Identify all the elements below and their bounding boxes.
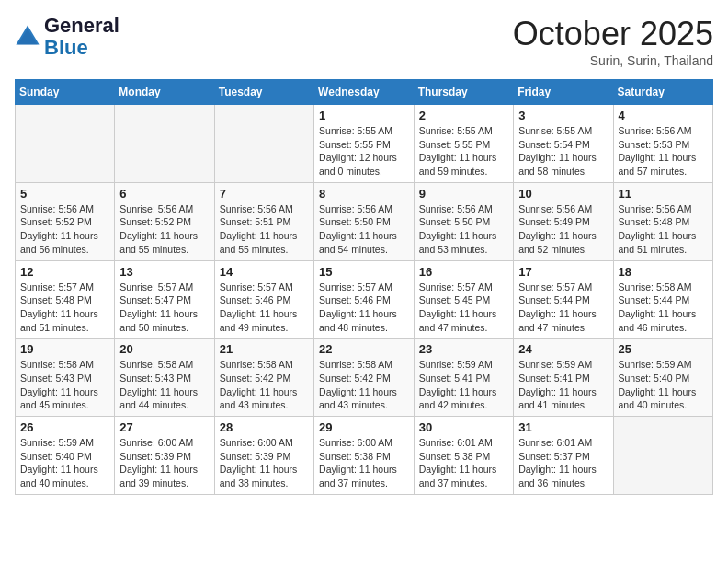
day-number: 6 xyxy=(119,187,209,201)
weekday-header-saturday: Saturday xyxy=(613,80,712,105)
day-info: Sunrise: 5:56 AM Sunset: 5:52 PM Dayligh… xyxy=(20,202,109,257)
day-info: Sunrise: 5:59 AM Sunset: 5:41 PM Dayligh… xyxy=(518,358,608,412)
day-number: 11 xyxy=(619,187,708,201)
day-info: Sunrise: 5:55 AM Sunset: 5:55 PM Dayligh… xyxy=(319,124,409,178)
day-info: Sunrise: 5:58 AM Sunset: 5:43 PM Dayligh… xyxy=(20,358,109,412)
day-number: 4 xyxy=(619,109,708,122)
day-info: Sunrise: 5:58 AM Sunset: 5:42 PM Dayligh… xyxy=(220,358,309,412)
weekday-header-thursday: Thursday xyxy=(414,80,513,105)
weekday-header-wednesday: Wednesday xyxy=(314,80,415,105)
weekday-header-sunday: Sunday xyxy=(16,80,115,105)
calendar-week-row: 12Sunrise: 5:57 AM Sunset: 5:48 PM Dayli… xyxy=(16,260,713,339)
calendar-cell xyxy=(115,105,214,183)
calendar-cell: 9Sunrise: 5:56 AM Sunset: 5:50 PM Daylig… xyxy=(414,182,513,260)
calendar-cell: 25Sunrise: 5:59 AM Sunset: 5:40 PM Dayli… xyxy=(613,339,712,417)
day-number: 7 xyxy=(220,187,309,201)
calendar-week-row: 1Sunrise: 5:55 AM Sunset: 5:55 PM Daylig… xyxy=(16,105,713,183)
day-info: Sunrise: 5:59 AM Sunset: 5:40 PM Dayligh… xyxy=(619,358,708,412)
day-number: 30 xyxy=(419,420,508,434)
day-info: Sunrise: 5:58 AM Sunset: 5:44 PM Dayligh… xyxy=(619,281,708,335)
day-number: 27 xyxy=(119,420,209,434)
page-header: General Blue October 2025 Surin, Surin, … xyxy=(15,15,713,68)
logo-general: General xyxy=(44,14,119,37)
calendar-table: SundayMondayTuesdayWednesdayThursdayFrid… xyxy=(15,79,713,495)
day-number: 15 xyxy=(319,265,409,279)
day-info: Sunrise: 5:56 AM Sunset: 5:50 PM Dayligh… xyxy=(319,202,409,257)
calendar-cell: 11Sunrise: 5:56 AM Sunset: 5:48 PM Dayli… xyxy=(613,182,712,260)
day-info: Sunrise: 5:59 AM Sunset: 5:41 PM Dayligh… xyxy=(419,358,508,412)
day-info: Sunrise: 5:57 AM Sunset: 5:48 PM Dayligh… xyxy=(20,281,109,335)
calendar-cell: 18Sunrise: 5:58 AM Sunset: 5:44 PM Dayli… xyxy=(613,260,712,339)
day-info: Sunrise: 5:57 AM Sunset: 5:47 PM Dayligh… xyxy=(119,281,209,335)
calendar-cell: 13Sunrise: 5:57 AM Sunset: 5:47 PM Dayli… xyxy=(115,260,214,339)
calendar-week-row: 5Sunrise: 5:56 AM Sunset: 5:52 PM Daylig… xyxy=(16,182,713,260)
calendar-cell: 17Sunrise: 5:57 AM Sunset: 5:44 PM Dayli… xyxy=(514,260,613,339)
calendar-cell: 24Sunrise: 5:59 AM Sunset: 5:41 PM Dayli… xyxy=(514,339,613,417)
calendar-cell: 15Sunrise: 5:57 AM Sunset: 5:46 PM Dayli… xyxy=(314,260,415,339)
day-number: 21 xyxy=(220,342,309,356)
title-block: October 2025 Surin, Surin, Thailand xyxy=(513,15,713,68)
calendar-cell: 29Sunrise: 6:00 AM Sunset: 5:38 PM Dayli… xyxy=(314,417,415,495)
month-title: October 2025 xyxy=(513,15,713,53)
day-info: Sunrise: 5:58 AM Sunset: 5:43 PM Dayligh… xyxy=(119,358,209,412)
day-number: 5 xyxy=(20,187,109,201)
day-number: 12 xyxy=(20,265,109,279)
day-number: 3 xyxy=(518,109,608,122)
logo-icon xyxy=(15,24,40,50)
logo-blue: Blue xyxy=(44,36,88,59)
calendar-cell: 5Sunrise: 5:56 AM Sunset: 5:52 PM Daylig… xyxy=(16,182,115,260)
weekday-header-tuesday: Tuesday xyxy=(214,80,313,105)
day-info: Sunrise: 5:57 AM Sunset: 5:44 PM Dayligh… xyxy=(518,281,608,335)
calendar-cell: 8Sunrise: 5:56 AM Sunset: 5:50 PM Daylig… xyxy=(314,182,415,260)
calendar-cell: 6Sunrise: 5:56 AM Sunset: 5:52 PM Daylig… xyxy=(115,182,214,260)
day-number: 18 xyxy=(619,265,708,279)
day-number: 13 xyxy=(119,265,209,279)
day-number: 24 xyxy=(518,342,608,356)
day-number: 20 xyxy=(119,342,209,356)
calendar-week-row: 19Sunrise: 5:58 AM Sunset: 5:43 PM Dayli… xyxy=(16,339,713,417)
day-number: 16 xyxy=(419,265,508,279)
logo: General Blue xyxy=(15,15,119,59)
calendar-cell: 22Sunrise: 5:58 AM Sunset: 5:42 PM Dayli… xyxy=(314,339,415,417)
day-number: 8 xyxy=(319,187,409,201)
calendar-cell: 3Sunrise: 5:55 AM Sunset: 5:54 PM Daylig… xyxy=(514,105,613,183)
calendar-cell: 1Sunrise: 5:55 AM Sunset: 5:55 PM Daylig… xyxy=(314,105,415,183)
day-number: 31 xyxy=(518,420,608,434)
day-number: 14 xyxy=(220,265,309,279)
location-subtitle: Surin, Surin, Thailand xyxy=(513,53,713,68)
calendar-cell: 7Sunrise: 5:56 AM Sunset: 5:51 PM Daylig… xyxy=(214,182,313,260)
calendar-cell: 28Sunrise: 6:00 AM Sunset: 5:39 PM Dayli… xyxy=(214,417,313,495)
calendar-cell xyxy=(16,105,115,183)
day-number: 28 xyxy=(220,420,309,434)
calendar-cell: 20Sunrise: 5:58 AM Sunset: 5:43 PM Dayli… xyxy=(115,339,214,417)
day-info: Sunrise: 6:00 AM Sunset: 5:39 PM Dayligh… xyxy=(119,436,209,490)
weekday-header-monday: Monday xyxy=(115,80,214,105)
calendar-cell: 23Sunrise: 5:59 AM Sunset: 5:41 PM Dayli… xyxy=(414,339,513,417)
calendar-cell: 26Sunrise: 5:59 AM Sunset: 5:40 PM Dayli… xyxy=(16,417,115,495)
calendar-cell: 14Sunrise: 5:57 AM Sunset: 5:46 PM Dayli… xyxy=(214,260,313,339)
day-info: Sunrise: 5:56 AM Sunset: 5:48 PM Dayligh… xyxy=(619,202,708,257)
calendar-week-row: 26Sunrise: 5:59 AM Sunset: 5:40 PM Dayli… xyxy=(16,417,713,495)
day-info: Sunrise: 5:56 AM Sunset: 5:51 PM Dayligh… xyxy=(220,202,309,257)
calendar-cell: 19Sunrise: 5:58 AM Sunset: 5:43 PM Dayli… xyxy=(16,339,115,417)
calendar-cell xyxy=(613,417,712,495)
day-info: Sunrise: 5:56 AM Sunset: 5:52 PM Dayligh… xyxy=(119,202,209,257)
day-number: 19 xyxy=(20,342,109,356)
calendar-cell: 30Sunrise: 6:01 AM Sunset: 5:38 PM Dayli… xyxy=(414,417,513,495)
day-number: 9 xyxy=(419,187,508,201)
day-info: Sunrise: 6:01 AM Sunset: 5:38 PM Dayligh… xyxy=(419,436,508,490)
day-number: 17 xyxy=(518,265,608,279)
weekday-header-row: SundayMondayTuesdayWednesdayThursdayFrid… xyxy=(16,80,713,105)
calendar-cell: 12Sunrise: 5:57 AM Sunset: 5:48 PM Dayli… xyxy=(16,260,115,339)
day-info: Sunrise: 6:01 AM Sunset: 5:37 PM Dayligh… xyxy=(518,436,608,490)
day-number: 29 xyxy=(319,420,409,434)
day-number: 23 xyxy=(419,342,508,356)
day-info: Sunrise: 5:57 AM Sunset: 5:46 PM Dayligh… xyxy=(220,281,309,335)
calendar-cell xyxy=(214,105,313,183)
day-info: Sunrise: 5:56 AM Sunset: 5:50 PM Dayligh… xyxy=(419,202,508,257)
day-number: 2 xyxy=(419,109,508,122)
calendar-cell: 10Sunrise: 5:56 AM Sunset: 5:49 PM Dayli… xyxy=(514,182,613,260)
logo-text: General Blue xyxy=(44,15,119,59)
day-info: Sunrise: 6:00 AM Sunset: 5:39 PM Dayligh… xyxy=(220,436,309,490)
day-info: Sunrise: 5:59 AM Sunset: 5:40 PM Dayligh… xyxy=(20,436,109,490)
